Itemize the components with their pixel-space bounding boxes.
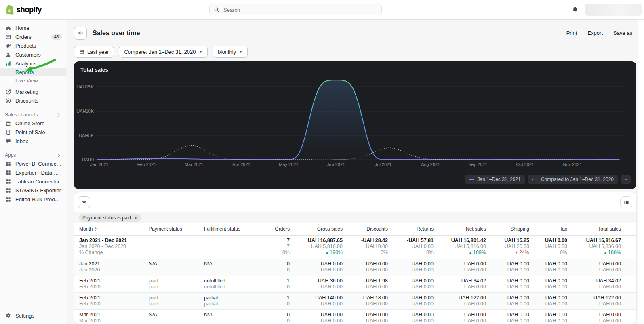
- filter-button[interactable]: [78, 196, 90, 208]
- table-cell: UAH 122.00: [567, 295, 621, 301]
- table-cell: UAH 0.00: [434, 261, 486, 267]
- table-cell: UAH 0.00: [529, 261, 567, 267]
- table-cell: 7: [269, 238, 290, 244]
- sidebar-item-customers[interactable]: Customers: [0, 50, 66, 59]
- global-search[interactable]: [209, 4, 382, 15]
- table-cell: partial: [204, 301, 269, 307]
- filter-icon: [81, 200, 87, 206]
- column-header-fulfillment-status[interactable]: Fulfillment status: [204, 226, 269, 232]
- sidebar-item-discounts[interactable]: Discounts: [0, 96, 66, 105]
- save-as-button[interactable]: Save as: [613, 30, 632, 36]
- sidebar-item-marketing[interactable]: Marketing: [0, 87, 66, 96]
- table-cell: UAH 0.00: [529, 267, 567, 273]
- column-header-payment-status[interactable]: Payment status: [149, 226, 204, 232]
- svg-text:Oct 2021: Oct 2021: [516, 162, 535, 167]
- svg-text:UAH10K: UAH10K: [76, 109, 94, 114]
- table-cell: UAH 0.00: [486, 261, 529, 267]
- svg-text:Feb 2021: Feb 2021: [137, 162, 156, 167]
- svg-text:UAH15K: UAH15K: [76, 84, 94, 89]
- shopify-logo[interactable]: S shopify: [6, 0, 42, 19]
- export-button[interactable]: Export: [587, 30, 603, 36]
- sidebar-item-reports[interactable]: Reports: [0, 68, 66, 76]
- scrollbar[interactable]: [638, 19, 644, 324]
- sidebar-item-point-of-sale[interactable]: Point of Sale: [0, 128, 66, 137]
- column-header-gross-sales[interactable]: Gross sales: [290, 226, 343, 232]
- table-cell: [149, 238, 204, 244]
- customers-icon: [5, 51, 11, 58]
- solid-line-swatch-icon: [469, 179, 474, 180]
- table-cell: UAH 0.00: [343, 318, 388, 324]
- sidebar-item-live-view[interactable]: Live View: [0, 76, 66, 85]
- table-cell: N/A: [204, 312, 269, 318]
- table-cell: UAH 122.00: [434, 295, 486, 301]
- close-icon[interactable]: [134, 216, 137, 220]
- back-arrow-icon: [78, 30, 84, 36]
- column-header-month[interactable]: Month: [79, 226, 149, 232]
- sidebar-section-apps[interactable]: Apps: [0, 151, 66, 159]
- sidebar-item-exportier-data-export[interactable]: Exportier - Data Export: [0, 168, 66, 177]
- filter-chip-payment-status[interactable]: Payment status is paid: [79, 214, 141, 222]
- sidebar-item-edited-bulk-product[interactable]: Edited-Bulk Product Ma...: [0, 195, 66, 204]
- sidebar-item-online-store[interactable]: Online Store: [0, 119, 66, 128]
- column-header-returns[interactable]: Returns: [388, 226, 434, 232]
- notifications-bell-icon[interactable]: [572, 6, 579, 13]
- chevron-right-icon: [57, 113, 60, 117]
- table-cell: 0: [269, 312, 290, 318]
- compare-button[interactable]: Compare: Jan 1–Dec 31, 2020: [119, 46, 207, 58]
- sidebar-item-inbox[interactable]: Inbox: [0, 137, 66, 145]
- table-cell: Feb 2020: [79, 284, 149, 290]
- legend-compare-period[interactable]: Compared to Jan 1–Dec 31, 2020: [528, 175, 618, 184]
- back-button[interactable]: [74, 27, 87, 40]
- search-input[interactable]: [223, 6, 377, 13]
- column-header-shipping[interactable]: Shipping: [486, 226, 529, 232]
- topbar-right: [572, 0, 642, 19]
- sidebar-item-staging-exportier[interactable]: STAGING Exportier: [0, 186, 66, 195]
- sidebar-item-power-bi-connector[interactable]: Power BI Connector: [0, 159, 66, 168]
- orders-icon: [5, 34, 11, 40]
- compare-label: Compare: Jan 1–Dec 31, 2020: [124, 49, 196, 55]
- table-cell: [204, 250, 269, 256]
- table-cell: 0: [269, 267, 290, 273]
- legend-compare-label: Compared to Jan 1–Dec 31, 2020: [541, 177, 614, 182]
- power-bi-connector-icon: [5, 160, 11, 167]
- shopify-bag-icon: S: [6, 5, 14, 15]
- table-cell: UAH 0.00: [434, 301, 486, 307]
- table-cell: 0: [269, 284, 290, 290]
- legend-current-period[interactable]: Jan 1–Dec 31, 2021: [465, 175, 524, 184]
- columns-icon: [623, 200, 629, 206]
- legend-dropdown-button[interactable]: [621, 175, 631, 184]
- sidebar-item-home[interactable]: Home: [0, 23, 66, 32]
- column-header-orders[interactable]: Orders: [269, 226, 290, 232]
- granularity-button[interactable]: Monthly: [213, 46, 248, 58]
- column-header-tax[interactable]: Tax: [529, 226, 567, 232]
- table-cell: UAH 0.00: [290, 312, 343, 318]
- column-header-discounts[interactable]: Discounts: [343, 226, 388, 232]
- edited-bulk-product-icon: [5, 196, 11, 202]
- sidebar-item-products[interactable]: Products: [0, 41, 66, 50]
- sidebar-item-label: Customers: [15, 52, 62, 58]
- user-account-menu[interactable]: [585, 4, 642, 16]
- table-cell: -UAH 57.81: [388, 238, 434, 244]
- table-cell: UAH 0.00: [567, 301, 621, 307]
- table-cell: UAH 0.00: [343, 284, 388, 290]
- table-cell: UAH 0.00: [388, 278, 434, 284]
- table-header-row: MonthPayment statusFulfillment statusOrd…: [74, 223, 636, 236]
- table-cell: -UAH 28.42: [343, 238, 388, 244]
- table-cell: UAH 5,816.00: [290, 244, 343, 250]
- sidebar-item-analytics[interactable]: Analytics: [0, 59, 66, 68]
- print-button[interactable]: Print: [566, 30, 577, 36]
- search-icon: [214, 7, 219, 13]
- sidebar-item-orders[interactable]: Orders46: [0, 32, 66, 41]
- column-header-total-sales[interactable]: Total sales: [567, 226, 621, 232]
- date-range-button[interactable]: Last year: [74, 46, 114, 58]
- table-cell: 0%: [388, 250, 434, 256]
- column-header-net-sales[interactable]: Net sales: [434, 226, 486, 232]
- sidebar-item-tableau-connector[interactable]: Tableau Connector: [0, 177, 66, 186]
- table-cell: N/A: [149, 261, 204, 267]
- sidebar-item-settings[interactable]: Settings: [0, 311, 66, 320]
- table-row: Feb 2021paidpartial1UAH 140.00-UAH 18.00…: [74, 295, 636, 301]
- edit-columns-button[interactable]: [620, 196, 632, 208]
- sidebar-section-sales-channels[interactable]: Sales channels: [0, 111, 66, 119]
- table-cell: UAH 36.00: [290, 278, 343, 284]
- table-cell: UAH 0.00: [486, 295, 529, 301]
